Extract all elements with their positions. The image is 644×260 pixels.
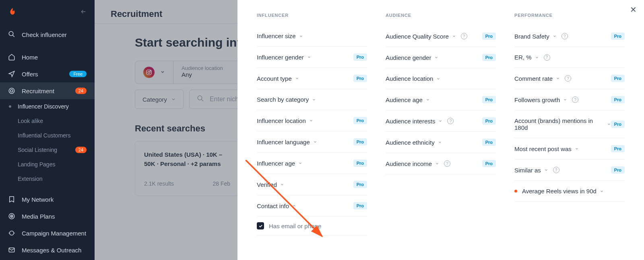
filter-verified[interactable]: VerifiedPro (257, 174, 367, 195)
info-icon[interactable]: ? (447, 118, 454, 124)
sidebar-item-label: Offers (22, 71, 38, 78)
sidebar-item-campaign-management[interactable]: Campaign Management (0, 225, 95, 242)
filter-label: Audience gender (386, 54, 431, 61)
count-badge: 24 (75, 88, 87, 94)
pro-badge: Pro (611, 75, 625, 82)
sidebar-item-home[interactable]: Home (0, 49, 95, 66)
info-icon[interactable]: ? (461, 33, 467, 39)
nav-icon (8, 53, 15, 61)
filter-label: Verified (257, 181, 277, 188)
chevron-down-icon (556, 76, 560, 80)
info-icon[interactable]: ? (561, 33, 568, 39)
recent-results-count: 2.1K results (144, 180, 174, 187)
chevron-down-icon (295, 76, 299, 80)
chevron-down-icon (434, 55, 438, 59)
chevron-down-icon (435, 162, 439, 166)
pro-badge: Pro (611, 33, 625, 40)
sidebar-sub-extension[interactable]: Extension (0, 172, 95, 186)
check-influencer-search[interactable]: Check influencer (0, 25, 95, 45)
svg-point-2 (10, 90, 13, 92)
info-icon[interactable]: ? (544, 54, 550, 61)
filter-label: Influencer language (257, 139, 310, 145)
filter-audience-age[interactable]: Audience agePro (386, 89, 496, 111)
filter-audience-income[interactable]: Audience income?Pro (386, 153, 496, 174)
filter-label: Contact info (257, 203, 289, 209)
sidebar-sub-label: Landing Pages (18, 161, 55, 168)
chevron-down-icon (160, 69, 165, 76)
active-dot (9, 105, 11, 108)
collapse-sidebar-icon[interactable] (80, 8, 87, 16)
sidebar-item-my-network[interactable]: My Network (0, 191, 95, 208)
filter-label: Influencer age (257, 160, 295, 167)
sidebar-item-label: My Network (22, 196, 54, 203)
filter-comment-rate[interactable]: Comment rate?Pro (514, 68, 625, 89)
column-heading: INFLUENCER (257, 13, 367, 18)
filter-option-has-contact[interactable]: Has email or phone (257, 217, 367, 235)
pro-badge: Pro (353, 138, 367, 145)
filter-influencer-language[interactable]: Influencer languagePro (257, 131, 367, 153)
sidebar-item-offers[interactable]: OffersFree (0, 66, 95, 82)
filter-influencer-age[interactable]: Influencer agePro (257, 153, 367, 174)
chevron-down-icon (553, 34, 557, 38)
filter-search-by-category[interactable]: Search by category (257, 89, 367, 110)
sidebar-sub-influencer-discovery[interactable]: Influencer Discovery (0, 99, 95, 114)
filter-average-reels-views-in-d[interactable]: Average Reels views in 90d (514, 181, 625, 202)
chevron-down-icon (535, 55, 539, 59)
sidebar: Check influencer HomeOffersFreeRecruitme… (0, 0, 95, 260)
recent-search-card[interactable]: United States (USA) · 10K – 50K · Person… (135, 141, 239, 196)
svg-point-1 (9, 88, 14, 94)
filter-audience-gender[interactable]: Audience genderPro (386, 47, 496, 68)
filter-label: Account type (257, 75, 292, 82)
filter-followers-growth[interactable]: Followers growth?Pro (514, 89, 625, 111)
filter-audience-interests[interactable]: Audience interests?Pro (386, 111, 496, 132)
filter-label: Average Reels views in 90d (522, 188, 597, 194)
filter-brand-safety[interactable]: Brand Safety?Pro (514, 26, 625, 47)
pro-badge: Pro (482, 117, 496, 125)
filter-audience-location[interactable]: Audience location (386, 68, 496, 89)
chevron-down-icon (426, 98, 430, 102)
info-icon[interactable]: ? (565, 75, 571, 82)
filter-label: Audience Quality Score (386, 33, 449, 40)
filter-label: Audience income (386, 160, 432, 167)
sidebar-item-recruitment[interactable]: Recruitment24 (0, 82, 95, 99)
filter-audience-quality-score[interactable]: Audience Quality Score?Pro (386, 26, 496, 47)
filter-label: Audience location (386, 75, 433, 82)
filter-er-[interactable]: ER, %? (514, 47, 625, 68)
info-icon[interactable]: ? (572, 96, 578, 103)
platform-selector[interactable] (135, 61, 173, 84)
chevron-down-icon (436, 77, 440, 81)
sidebar-sub-look-alike[interactable]: Look alike (0, 114, 95, 128)
pro-badge: Pro (482, 96, 496, 103)
pro-badge: Pro (611, 145, 625, 152)
filter-column-audience: AUDIENCEAudience Quality Score?ProAudien… (382, 13, 499, 260)
filter-account-type[interactable]: Account typePro (257, 68, 367, 89)
sidebar-item-messages-outreach[interactable]: Messages & Outreach (0, 242, 95, 258)
info-icon[interactable]: ? (444, 160, 450, 167)
free-badge: Free (69, 71, 87, 77)
nav-icon (8, 246, 15, 254)
pro-badge: Pro (482, 160, 496, 167)
filter-most-recent-post-was[interactable]: Most recent post wasPro (514, 138, 625, 160)
pro-badge: Pro (482, 54, 496, 61)
filter-influencer-gender[interactable]: Influencer genderPro (257, 47, 367, 68)
pro-badge: Pro (611, 96, 625, 103)
chevron-down-icon (280, 182, 284, 186)
info-icon[interactable]: ? (553, 167, 559, 173)
sidebar-sub-social-listening[interactable]: Social Listening24 (0, 143, 95, 157)
pro-badge: Pro (353, 53, 367, 61)
sidebar-sub-influential-customers[interactable]: Influential Customers (0, 128, 95, 143)
check-influencer-label: Check influencer (22, 31, 67, 38)
filter-label: Influencer size (257, 33, 296, 39)
sidebar-item-media-plans[interactable]: Media Plans (0, 208, 95, 225)
app-logo (8, 7, 17, 18)
category-dropdown[interactable]: Category (135, 90, 184, 109)
filter-influencer-size[interactable]: Influencer size (257, 26, 367, 47)
filter-contact-info[interactable]: Contact infoPro (257, 195, 367, 217)
filter-account-brands-mentions-in-d[interactable]: Account (brands) mentions in 180dPro (514, 111, 625, 138)
filter-influencer-location[interactable]: Influencer locationPro (257, 110, 367, 131)
filter-similar-as[interactable]: Similar as?Pro (514, 160, 625, 181)
filter-audience-ethnicity[interactable]: Audience ethnicityPro (386, 132, 496, 153)
checkbox-checked[interactable] (257, 222, 264, 229)
sidebar-sub-landing-pages[interactable]: Landing Pages (0, 157, 95, 172)
close-icon[interactable]: ✕ (630, 5, 637, 14)
